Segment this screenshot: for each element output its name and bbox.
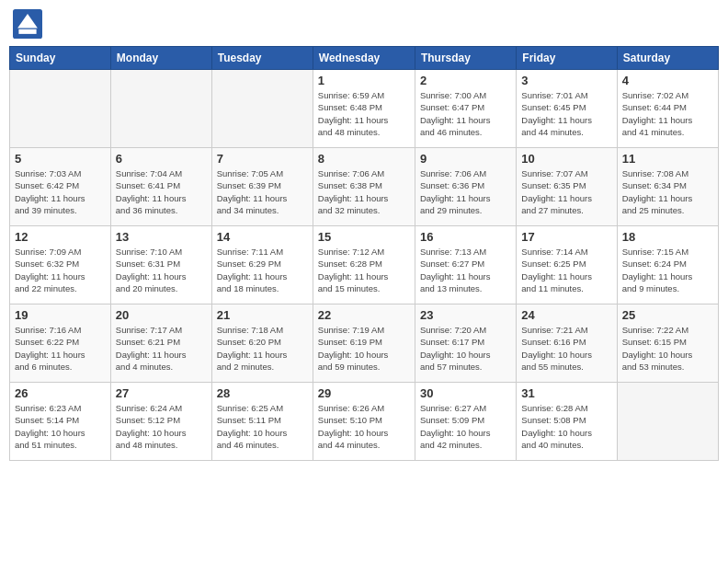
day-info: Sunrise: 7:06 AM Sunset: 6:38 PM Dayligh… — [318, 167, 410, 216]
calendar-cell — [10, 70, 111, 148]
calendar-cell: 17Sunrise: 7:14 AM Sunset: 6:25 PM Dayli… — [517, 226, 617, 304]
day-number: 9 — [420, 152, 511, 166]
weekday-header-tuesday: Tuesday — [211, 47, 313, 70]
day-number: 26 — [15, 386, 106, 400]
calendar-cell: 8Sunrise: 7:06 AM Sunset: 6:38 PM Daylig… — [313, 148, 415, 226]
day-info: Sunrise: 7:01 AM Sunset: 6:45 PM Dayligh… — [521, 89, 611, 138]
day-number: 21 — [217, 308, 308, 322]
day-number: 12 — [15, 230, 106, 244]
weekday-header-row: SundayMondayTuesdayWednesdayThursdayFrid… — [10, 47, 719, 70]
day-info: Sunrise: 6:27 AM Sunset: 5:09 PM Dayligh… — [420, 402, 511, 451]
calendar-cell: 11Sunrise: 7:08 AM Sunset: 6:34 PM Dayli… — [617, 148, 718, 226]
calendar-cell: 10Sunrise: 7:07 AM Sunset: 6:35 PM Dayli… — [517, 148, 617, 226]
weekday-header-saturday: Saturday — [617, 47, 718, 70]
day-number: 10 — [521, 152, 611, 166]
day-info: Sunrise: 7:12 AM Sunset: 6:28 PM Dayligh… — [318, 246, 410, 294]
day-info: Sunrise: 7:10 AM Sunset: 6:31 PM Dayligh… — [116, 246, 207, 294]
calendar-cell: 7Sunrise: 7:05 AM Sunset: 6:39 PM Daylig… — [211, 148, 313, 226]
week-row-5: 26Sunrise: 6:23 AM Sunset: 5:14 PM Dayli… — [10, 383, 719, 461]
calendar-cell: 16Sunrise: 7:13 AM Sunset: 6:27 PM Dayli… — [415, 226, 516, 304]
day-number: 18 — [622, 230, 713, 244]
week-row-2: 5Sunrise: 7:03 AM Sunset: 6:42 PM Daylig… — [10, 148, 719, 226]
day-info: Sunrise: 7:16 AM Sunset: 6:22 PM Dayligh… — [15, 324, 106, 373]
day-info: Sunrise: 7:15 AM Sunset: 6:24 PM Dayligh… — [622, 246, 713, 294]
weekday-header-friday: Friday — [517, 47, 617, 70]
day-number: 15 — [318, 230, 410, 244]
day-number: 3 — [521, 74, 611, 87]
calendar-cell: 20Sunrise: 7:17 AM Sunset: 6:21 PM Dayli… — [110, 304, 211, 383]
weekday-header-sunday: Sunday — [10, 47, 111, 70]
calendar-cell: 19Sunrise: 7:16 AM Sunset: 6:22 PM Dayli… — [10, 304, 111, 383]
calendar: SundayMondayTuesdayWednesdayThursdayFrid… — [9, 46, 719, 461]
calendar-cell: 6Sunrise: 7:04 AM Sunset: 6:41 PM Daylig… — [110, 148, 211, 226]
calendar-cell: 24Sunrise: 7:21 AM Sunset: 6:16 PM Dayli… — [517, 304, 617, 383]
calendar-cell: 13Sunrise: 7:10 AM Sunset: 6:31 PM Dayli… — [110, 226, 211, 304]
day-number: 27 — [116, 386, 207, 400]
calendar-cell: 15Sunrise: 7:12 AM Sunset: 6:28 PM Dayli… — [313, 226, 415, 304]
day-info: Sunrise: 7:05 AM Sunset: 6:39 PM Dayligh… — [217, 167, 308, 216]
logo — [13, 9, 46, 39]
calendar-cell: 21Sunrise: 7:18 AM Sunset: 6:20 PM Dayli… — [211, 304, 313, 383]
calendar-cell: 22Sunrise: 7:19 AM Sunset: 6:19 PM Dayli… — [313, 304, 415, 383]
day-number: 17 — [521, 230, 611, 244]
calendar-cell: 25Sunrise: 7:22 AM Sunset: 6:15 PM Dayli… — [617, 304, 718, 383]
calendar-cell: 26Sunrise: 6:23 AM Sunset: 5:14 PM Dayli… — [10, 383, 111, 461]
day-info: Sunrise: 7:08 AM Sunset: 6:34 PM Dayligh… — [622, 167, 713, 216]
calendar-cell: 30Sunrise: 6:27 AM Sunset: 5:09 PM Dayli… — [415, 383, 516, 461]
day-number: 16 — [420, 230, 511, 244]
day-number: 5 — [15, 152, 106, 166]
weekday-header-monday: Monday — [110, 47, 211, 70]
weekday-header-wednesday: Wednesday — [313, 47, 415, 70]
weekday-header-thursday: Thursday — [415, 47, 516, 70]
day-info: Sunrise: 6:25 AM Sunset: 5:11 PM Dayligh… — [217, 402, 308, 451]
week-row-3: 12Sunrise: 7:09 AM Sunset: 6:32 PM Dayli… — [10, 226, 719, 304]
day-info: Sunrise: 7:18 AM Sunset: 6:20 PM Dayligh… — [217, 324, 308, 373]
day-number: 22 — [318, 308, 410, 322]
calendar-cell: 4Sunrise: 7:02 AM Sunset: 6:44 PM Daylig… — [617, 70, 718, 148]
day-info: Sunrise: 7:04 AM Sunset: 6:41 PM Dayligh… — [116, 167, 207, 216]
day-number: 14 — [217, 230, 308, 244]
day-info: Sunrise: 7:03 AM Sunset: 6:42 PM Dayligh… — [15, 167, 106, 216]
calendar-cell: 14Sunrise: 7:11 AM Sunset: 6:29 PM Dayli… — [211, 226, 313, 304]
calendar-cell: 3Sunrise: 7:01 AM Sunset: 6:45 PM Daylig… — [517, 70, 617, 148]
header — [9, 9, 719, 39]
day-info: Sunrise: 7:22 AM Sunset: 6:15 PM Dayligh… — [622, 324, 713, 373]
day-info: Sunrise: 7:19 AM Sunset: 6:19 PM Dayligh… — [318, 324, 410, 373]
day-info: Sunrise: 7:09 AM Sunset: 6:32 PM Dayligh… — [15, 246, 106, 294]
calendar-cell — [617, 383, 718, 461]
day-number: 23 — [420, 308, 511, 322]
day-number: 20 — [116, 308, 207, 322]
calendar-cell — [211, 70, 313, 148]
day-info: Sunrise: 6:26 AM Sunset: 5:10 PM Dayligh… — [318, 402, 410, 451]
day-info: Sunrise: 7:07 AM Sunset: 6:35 PM Dayligh… — [521, 167, 611, 216]
day-number: 28 — [217, 386, 308, 400]
calendar-cell: 1Sunrise: 6:59 AM Sunset: 6:48 PM Daylig… — [313, 70, 415, 148]
calendar-cell: 5Sunrise: 7:03 AM Sunset: 6:42 PM Daylig… — [10, 148, 111, 226]
page: SundayMondayTuesdayWednesdayThursdayFrid… — [0, 0, 728, 563]
logo-icon — [13, 9, 42, 39]
day-info: Sunrise: 7:00 AM Sunset: 6:47 PM Dayligh… — [420, 89, 511, 138]
calendar-cell: 27Sunrise: 6:24 AM Sunset: 5:12 PM Dayli… — [110, 383, 211, 461]
day-number: 13 — [116, 230, 207, 244]
day-info: Sunrise: 7:06 AM Sunset: 6:36 PM Dayligh… — [420, 167, 511, 216]
day-number: 25 — [622, 308, 713, 322]
day-info: Sunrise: 7:20 AM Sunset: 6:17 PM Dayligh… — [420, 324, 511, 373]
day-info: Sunrise: 7:21 AM Sunset: 6:16 PM Dayligh… — [521, 324, 611, 373]
day-info: Sunrise: 7:14 AM Sunset: 6:25 PM Dayligh… — [521, 246, 611, 294]
day-info: Sunrise: 6:24 AM Sunset: 5:12 PM Dayligh… — [116, 402, 207, 451]
svg-rect-2 — [18, 29, 36, 34]
calendar-cell: 18Sunrise: 7:15 AM Sunset: 6:24 PM Dayli… — [617, 226, 718, 304]
calendar-cell — [110, 70, 211, 148]
day-info: Sunrise: 6:59 AM Sunset: 6:48 PM Dayligh… — [318, 89, 410, 138]
day-info: Sunrise: 7:13 AM Sunset: 6:27 PM Dayligh… — [420, 246, 511, 294]
day-number: 6 — [116, 152, 207, 166]
day-number: 19 — [15, 308, 106, 322]
day-info: Sunrise: 6:23 AM Sunset: 5:14 PM Dayligh… — [15, 402, 106, 451]
week-row-4: 19Sunrise: 7:16 AM Sunset: 6:22 PM Dayli… — [10, 304, 719, 383]
calendar-cell: 12Sunrise: 7:09 AM Sunset: 6:32 PM Dayli… — [10, 226, 111, 304]
day-number: 2 — [420, 74, 511, 87]
calendar-cell: 2Sunrise: 7:00 AM Sunset: 6:47 PM Daylig… — [415, 70, 516, 148]
day-number: 31 — [521, 386, 611, 400]
day-info: Sunrise: 7:17 AM Sunset: 6:21 PM Dayligh… — [116, 324, 207, 373]
day-number: 8 — [318, 152, 410, 166]
